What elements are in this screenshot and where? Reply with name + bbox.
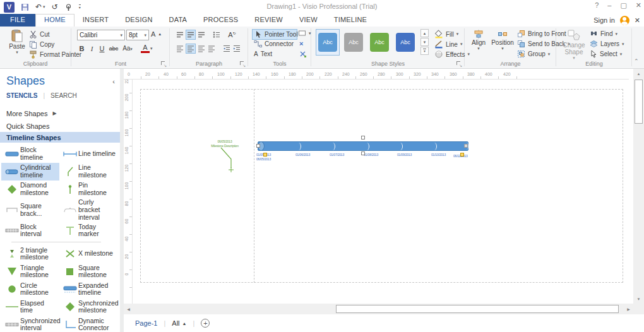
align-left-icon[interactable] [176, 44, 184, 53]
gallery-up-icon[interactable]: ▲ [420, 29, 429, 37]
stencil-item-two-triangle-milestone[interactable]: 2 triangle milestone [1, 245, 59, 263]
help-button[interactable]: ? [595, 1, 599, 9]
font-color-button[interactable]: A [141, 44, 150, 53]
selection-handle-bottom[interactable] [361, 151, 365, 155]
fill-button[interactable]: Fill▾ [434, 30, 458, 39]
strikethrough-button[interactable]: abc [107, 45, 120, 52]
stencil-item-pin-milestone[interactable]: Pin milestone [59, 181, 117, 198]
connector-tool-button[interactable]: Connector [254, 40, 294, 48]
collapse-ribbon-icon[interactable]: ⌃ [634, 58, 639, 64]
customize-qat-icon[interactable]: ▾ [79, 4, 81, 9]
stencil-item-synchronized-interval[interactable]: Synchronized interval [1, 316, 59, 332]
tab-timeline[interactable]: TIMELINE [326, 14, 375, 27]
cylindrical-timeline-shape[interactable] [258, 141, 468, 151]
gallery-more-icon[interactable]: ▼ [420, 47, 429, 55]
justify-icon[interactable] [207, 44, 216, 53]
align-button[interactable]: Align▾ [468, 29, 489, 51]
font-size-select[interactable]: 8pt▾ [126, 30, 149, 40]
align-bottom-icon[interactable] [197, 30, 206, 39]
align-center-icon[interactable] [186, 44, 196, 54]
touch-mode-icon[interactable] [64, 3, 73, 11]
change-shape-button[interactable]: Change Shape▾ [561, 29, 587, 61]
stencil-item-line-milestone[interactable]: Line milestone [59, 163, 117, 181]
search-tab[interactable]: SEARCH [51, 92, 77, 99]
drawing-page[interactable]: 06/05/2013 Milestone Description 01/05/2… [133, 80, 629, 316]
all-pages-button[interactable]: All▲ [172, 319, 186, 327]
vertical-scrollbar[interactable]: ▲ ▼ [633, 69, 644, 304]
tab-design[interactable]: DESIGN [117, 14, 160, 27]
bullets-icon[interactable] [212, 30, 221, 39]
effects-button[interactable]: Effects▾ [434, 50, 470, 59]
visio-logo-icon[interactable]: V [4, 2, 15, 13]
text-tool-button[interactable]: AText [254, 50, 272, 57]
position-button[interactable]: Position▾ [490, 29, 515, 51]
more-shapes-item[interactable]: More Shapes▶ [0, 108, 120, 119]
scroll-left-icon[interactable]: ◀ [124, 304, 133, 314]
scroll-down-icon[interactable]: ▼ [633, 294, 644, 304]
copy-button[interactable]: Copy [29, 40, 54, 49]
timeline-shapes-stencil-header[interactable]: Timeline Shapes [0, 132, 120, 143]
layers-button[interactable]: Layers▾ [590, 40, 624, 48]
cut-button[interactable]: Cut [29, 30, 50, 39]
align-middle-icon[interactable] [186, 30, 196, 40]
stencil-item-circle-milestone[interactable]: Circle milestone [1, 280, 59, 298]
stencil-item-square-milestone[interactable]: Square milestone [59, 263, 117, 280]
stencil-item-diamond-milestone[interactable]: Diamond milestone [1, 181, 59, 198]
save-icon[interactable] [21, 3, 29, 11]
tab-home[interactable]: HOME [35, 14, 75, 27]
bold-button[interactable]: B [77, 45, 86, 52]
restore-button[interactable]: ▢ [620, 1, 626, 9]
close-button[interactable]: ✕ [636, 1, 641, 9]
insert-page-icon[interactable]: + [201, 319, 210, 328]
tab-review[interactable]: REVIEW [246, 14, 291, 27]
selection-handle-right[interactable] [464, 144, 468, 148]
shape-style-swatch-2[interactable]: Abc [342, 29, 366, 56]
stencil-item-cylindrical-timeline[interactable]: Cylindrical timeline [1, 163, 59, 181]
stencil-item-elapsed-time[interactable]: Elapsed time [1, 298, 59, 316]
text-rotate-button[interactable]: A↻ [227, 31, 237, 39]
connection-point-tool-button[interactable] [299, 50, 307, 58]
stencil-item-today-marker[interactable]: Today marker [59, 222, 117, 239]
stencil-item-synchronized-milestone[interactable]: Synchronized milestone [59, 298, 117, 316]
avatar-icon[interactable] [620, 16, 629, 25]
quick-shapes-item[interactable]: Quick Shapes [0, 121, 120, 131]
increase-indent-icon[interactable] [232, 44, 241, 53]
connection-point-x-button[interactable]: × [299, 40, 303, 47]
underline-button[interactable]: U [97, 45, 107, 52]
control-handle-start[interactable] [263, 153, 267, 157]
undo-button[interactable]: ↶▾ [35, 3, 45, 11]
select-button[interactable]: Select▾ [590, 50, 622, 58]
font-family-select[interactable]: Calibri▾ [77, 30, 125, 40]
stencil-item-expanded-timeline[interactable]: Expanded timeline [59, 280, 117, 298]
stencil-item-block-timeline[interactable]: Block timeline [1, 145, 59, 163]
stencils-tab[interactable]: STENCILS [6, 92, 37, 99]
close-document-button[interactable]: ✕ [635, 16, 640, 25]
italic-button[interactable]: I [87, 45, 97, 52]
selection-handle-top[interactable] [361, 136, 365, 139]
align-right-icon[interactable] [197, 44, 206, 53]
tab-insert[interactable]: INSERT [75, 14, 117, 27]
vertical-scroll-thumb[interactable] [635, 80, 643, 124]
rectangle-tool-button[interactable]: ▾ [298, 30, 311, 37]
selection-handle-left[interactable] [256, 144, 260, 148]
tab-file[interactable]: FILE [0, 14, 35, 27]
line-button[interactable]: Line▾ [434, 40, 462, 49]
page-tab[interactable]: Page-1 [135, 319, 157, 327]
horizontal-scrollbar[interactable]: ◀ ▶ [124, 304, 633, 314]
pointer-tool-button[interactable]: Pointer Tool [252, 29, 297, 40]
tab-data[interactable]: DATA [161, 14, 196, 27]
scroll-up-icon[interactable]: ▲ [633, 69, 644, 78]
scroll-right-icon[interactable]: ▶ [624, 304, 633, 314]
line-milestone-shape[interactable] [215, 146, 237, 173]
decrease-indent-icon[interactable] [222, 44, 231, 53]
grow-font-button[interactable]: A▲ [151, 30, 162, 38]
paste-button[interactable]: Paste▾ [5, 29, 29, 55]
stencil-item-curly-bracket-interval[interactable]: Curly bracket interval [59, 198, 117, 222]
shape-style-swatch-3[interactable]: Abc [367, 29, 391, 56]
change-case-button[interactable]: Aa▾ [121, 45, 134, 52]
shape-style-swatch-4[interactable]: Abc [393, 29, 417, 56]
stencil-item-block-interval[interactable]: Block interval [1, 222, 59, 239]
stencil-item-square-bracket-interval[interactable]: Square brack... [1, 198, 59, 222]
gallery-down-icon[interactable]: ▼ [420, 38, 429, 46]
stencil-item-x-milestone[interactable]: X milestone [59, 245, 117, 263]
